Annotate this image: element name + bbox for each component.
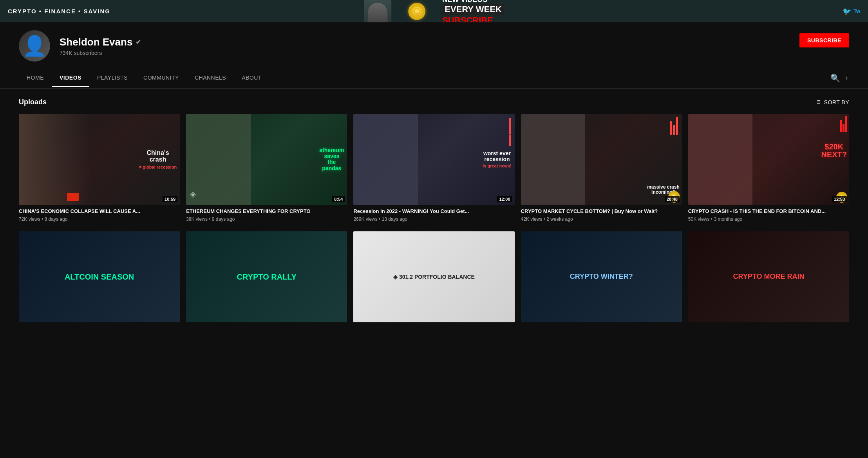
tab-playlists[interactable]: PLAYLISTS bbox=[89, 69, 136, 87]
banner-tagline: CRYPTO • FINANCE • SAVING bbox=[8, 8, 110, 15]
thumbnail-4: massive crashincoming? ₿ 20:48 bbox=[521, 114, 682, 205]
subscribe-button[interactable]: SUBSCRIBE bbox=[799, 33, 849, 47]
banner-person-image bbox=[364, 0, 391, 22]
thumbnail-2: ethereumsavesthepandas ◈ 8:54 bbox=[186, 114, 347, 205]
video-title-1: CHINA'S ECONOMIC COLLAPSE WILL CAUSE A..… bbox=[19, 208, 180, 215]
verified-icon: ✔ bbox=[136, 38, 141, 46]
nav-tabs: HOME VIDEOS PLAYLISTS COMMUNITY CHANNELS… bbox=[0, 68, 868, 89]
video-meta-5: 50K views • 3 months ago bbox=[688, 216, 849, 222]
video-grid: China'scrash = global recession 10:59 CH… bbox=[19, 114, 849, 224]
channel-header: 👤 Sheldon Evans ✔ 734K subscribers SUBSC… bbox=[0, 22, 868, 62]
bottom-thumb-5[interactable]: CRYPTO MORE RAIN bbox=[688, 231, 849, 322]
banner-twitter-handle: Tw bbox=[854, 8, 860, 14]
tab-about[interactable]: ABOUT bbox=[234, 69, 269, 87]
banner-coin-hand: 🪙 bbox=[403, 0, 430, 22]
banner-subscribe-red: SUBSCRIBE bbox=[442, 15, 504, 22]
banner-tagline-area: CRYPTO • FINANCE • SAVING bbox=[8, 8, 110, 15]
banner-right-text: NEW VIDEOS EVERY WEEK SUBSCRIBE bbox=[442, 0, 504, 22]
chevron-right-icon[interactable]: › bbox=[844, 69, 849, 87]
subscriber-count: 734K subscribers bbox=[60, 50, 849, 56]
video-card-5[interactable]: $20KNEXT? ₿ 12:53 CRYPTO CRASH - IS THIS… bbox=[688, 114, 849, 224]
avatar-silhouette: 👤 bbox=[22, 35, 47, 57]
sort-icon: ≡ bbox=[817, 98, 821, 106]
video-title-2: ETHEREUM CHANGES EVERYTHING FOR CRYPTO bbox=[186, 208, 347, 215]
bottom-thumb-3[interactable]: ◈ 301.2 PORTFOLIO BALANCE bbox=[353, 231, 514, 322]
duration-badge-2: 8:54 bbox=[332, 196, 345, 202]
video-title-4: CRYPTO MARKET CYCLE BOTTOM? | Buy Now or… bbox=[521, 208, 682, 215]
video-info-1: CHINA'S ECONOMIC COLLAPSE WILL CAUSE A..… bbox=[19, 205, 180, 224]
video-title-5: CRYPTO CRASH - IS THIS THE END FOR BITCO… bbox=[688, 208, 849, 215]
video-meta-2: 38K views • 9 days ago bbox=[186, 216, 347, 222]
video-info-2: ETHEREUM CHANGES EVERYTHING FOR CRYPTO 3… bbox=[186, 205, 347, 224]
banner-twitter[interactable]: 🐦 Tw bbox=[843, 7, 860, 16]
main-content: Uploads ≡ SORT BY China'scrash = global … bbox=[0, 89, 868, 332]
duration-badge-3: 12:00 bbox=[497, 196, 512, 202]
tab-community[interactable]: COMMUNITY bbox=[136, 69, 187, 87]
video-card-2[interactable]: ethereumsavesthepandas ◈ 8:54 ETHEREUM C… bbox=[186, 114, 347, 224]
uploads-title: Uploads bbox=[19, 98, 47, 106]
duration-badge-1: 10:59 bbox=[163, 196, 177, 202]
video-card-4[interactable]: massive crashincoming? ₿ 20:48 CRYPTO MA… bbox=[521, 114, 682, 224]
banner-new-videos: NEW VIDEOS bbox=[442, 0, 504, 4]
sort-by-label: SORT BY bbox=[824, 99, 849, 105]
uploads-header: Uploads ≡ SORT BY bbox=[19, 98, 849, 106]
channel-info: Sheldon Evans ✔ 734K subscribers bbox=[60, 36, 849, 56]
search-icon[interactable]: 🔍 bbox=[826, 68, 844, 88]
sort-by-button[interactable]: ≡ SORT BY bbox=[817, 98, 849, 106]
tab-channels[interactable]: CHANNELS bbox=[187, 69, 234, 87]
thumbnail-3: worst everrecession is great news! 12:00 bbox=[353, 114, 514, 205]
duration-badge-4: 20:48 bbox=[665, 196, 680, 202]
banner-every-week: EVERY WEEK bbox=[442, 4, 504, 15]
twitter-icon: 🐦 bbox=[843, 7, 851, 16]
video-title-3: Recession in 2022 - WARNING! You Could G… bbox=[353, 208, 514, 215]
video-meta-3: 269K views • 13 days ago bbox=[353, 216, 514, 222]
banner: CRYPTO • FINANCE • SAVING 🪙 NEW VIDEOS E… bbox=[0, 0, 868, 22]
banner-center: 🪙 NEW VIDEOS EVERY WEEK SUBSCRIBE bbox=[364, 0, 504, 22]
bottom-thumb-1[interactable]: ALTCOIN SEASON bbox=[19, 231, 180, 322]
video-meta-1: 72K views • 8 days ago bbox=[19, 216, 180, 222]
video-meta-4: 42K views • 2 weeks ago bbox=[521, 216, 682, 222]
duration-badge-5: 12:53 bbox=[832, 196, 847, 202]
video-card-3[interactable]: worst everrecession is great news! 12:00… bbox=[353, 114, 514, 224]
channel-name: Sheldon Evans bbox=[60, 36, 132, 48]
thumbnail-1: China'scrash = global recession 10:59 bbox=[19, 114, 180, 205]
video-info-4: CRYPTO MARKET CYCLE BOTTOM? | Buy Now or… bbox=[521, 205, 682, 224]
second-row-grid: ALTCOIN SEASON CRYPTO RALLY ◈ 301.2 PORT… bbox=[19, 231, 849, 322]
thumbnail-5: $20KNEXT? ₿ 12:53 bbox=[688, 114, 849, 205]
video-info-5: CRYPTO CRASH - IS THIS THE END FOR BITCO… bbox=[688, 205, 849, 224]
tab-videos[interactable]: VIDEOS bbox=[52, 69, 89, 87]
tab-home[interactable]: HOME bbox=[19, 69, 52, 87]
channel-name-row: Sheldon Evans ✔ bbox=[60, 36, 849, 48]
video-card-1[interactable]: China'scrash = global recession 10:59 CH… bbox=[19, 114, 180, 224]
bottom-thumb-2[interactable]: CRYPTO RALLY bbox=[186, 231, 347, 322]
bottom-thumb-4[interactable]: CRYPTO WINTER? bbox=[521, 231, 682, 322]
avatar: 👤 bbox=[19, 30, 50, 62]
video-info-3: Recession in 2022 - WARNING! You Could G… bbox=[353, 205, 514, 224]
